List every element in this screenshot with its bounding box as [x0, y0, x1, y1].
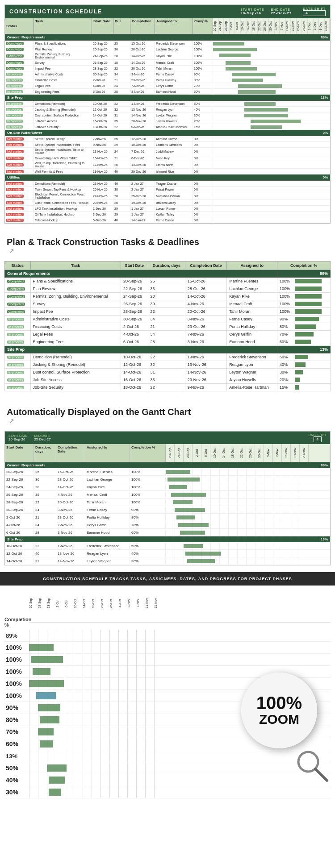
row-dur: 22 — [113, 124, 130, 129]
row-start: 5-Dec-26 — [92, 217, 113, 223]
zoom-grid-cell — [127, 702, 136, 714]
zoom-grid-cell — [74, 690, 83, 702]
row-assigned: Frederick Stevenson — [155, 101, 193, 106]
row-status: Not started — [5, 206, 34, 211]
row-gantt — [213, 200, 330, 205]
row-end: 9-Nov-26 — [130, 124, 155, 129]
zoom-grid-cell — [29, 726, 38, 738]
zoom-grid-cell — [100, 702, 109, 714]
row-status: In process — [5, 83, 34, 88]
row-end: 23-Oct-26 — [130, 77, 155, 83]
gantt-data-row: 2-Oct-26 21 23-Oct-26 Portia Holliday 80… — [5, 514, 330, 521]
grid-line — [237, 476, 238, 483]
zoom-grid-cell — [145, 654, 154, 665]
zoom-content: 20-Sep 24-Sep 28-Sep 2-Oct 6-Oct 10-Oct … — [4, 592, 331, 798]
row-pct: 0% — [193, 155, 213, 161]
utilities-row-1: Not started Town Sewer: Tap Fees & Hooku… — [5, 187, 330, 192]
zoom-row-12: 40% — [4, 774, 331, 786]
row-assigned: Jaylan Howells — [155, 118, 193, 124]
gdate-20sep: 20-Sep — [166, 444, 175, 462]
column-headers-row: Status Task Start Date Dur. Completion A… — [5, 18, 330, 34]
grow-end: 4-Nov-26 — [56, 492, 85, 498]
pct-cell: 100% — [277, 293, 331, 300]
row-gantt — [213, 161, 330, 168]
row-dur: 28 — [113, 192, 130, 199]
row-start: 30-Sep-26 — [92, 71, 113, 77]
zoom-grid-cell — [74, 678, 83, 689]
zoom-grid-cell — [136, 750, 145, 762]
gcol-startdate: Start Date — [5, 444, 34, 462]
zoom-grid-cell — [92, 678, 100, 689]
sheet-row-general-4: Completed Impact Fee 28-Sep-26 22 20-Oct… — [5, 66, 330, 71]
grid-line — [210, 483, 211, 490]
row-assigned: Ishmael Rice — [155, 169, 193, 174]
cell-dur: 28 — [148, 338, 185, 346]
zoom-grid-cell — [109, 678, 118, 689]
grid-line — [166, 506, 166, 513]
grid-line — [264, 506, 264, 513]
row-start: 28-Sep-26 — [92, 66, 113, 71]
table-row: Completed Plan Review 22-Sep-26 36 28-Oc… — [5, 285, 331, 293]
row-end: 13-Dec-26 — [130, 161, 155, 168]
row-start: 24-Sep-26 — [92, 52, 113, 59]
grid-line — [237, 521, 238, 528]
cell-task: Plans & Specifications — [30, 278, 121, 285]
cell-task: Dust control, Surface Protection — [30, 369, 121, 376]
gantt-bar-row — [187, 559, 215, 563]
zh-10oct: 10-Oct — [74, 592, 83, 615]
grid-line — [210, 506, 211, 513]
gdate-2oct: 2-Oct — [193, 444, 201, 462]
gantt-bar-row — [185, 552, 221, 556]
zoom-grid-cell — [154, 786, 163, 798]
grid-line — [273, 550, 273, 557]
cell-end: 9-Nov-26 — [185, 384, 226, 391]
zoom-grid-cell — [154, 666, 163, 677]
cell-status: In process — [5, 323, 31, 331]
zoom-grid-cell — [83, 654, 92, 665]
gantt-general-rows: 20-Sep-26 25 15-Oct-26 Martine Fuentes 1… — [5, 468, 330, 536]
row-end: 14-Oct-26 — [130, 60, 155, 65]
zh-6oct: 6-Oct — [65, 592, 74, 615]
zoom-row-11: 50% — [4, 762, 331, 774]
gantt-bar — [251, 120, 301, 123]
row-gantt — [213, 101, 330, 106]
zoom-row-grid — [29, 642, 331, 653]
gantt-bar-row — [184, 544, 203, 548]
grid-line — [228, 476, 229, 483]
gantt-bar — [238, 84, 282, 88]
gantt-date-10oct: 10-Oct — [241, 18, 246, 34]
zoom-grid-cell — [56, 642, 65, 653]
zoom-grid-cell — [154, 702, 163, 714]
grow-assigned: Leyton Wagner — [85, 558, 130, 564]
gdate-18oct: 18-Oct — [228, 444, 237, 462]
zoom-badge-sublabel: ZOOM — [259, 712, 299, 727]
zoom-grid-cell — [74, 738, 83, 750]
grow-pct: 90% — [130, 507, 166, 513]
row-task: Septic System Inspections, Fees — [34, 142, 92, 147]
gcol-pct: Completion % — [130, 444, 166, 462]
zoom-grid-cell — [92, 630, 100, 641]
table-row: Completed Plans & Specifications 20-Sep-… — [5, 278, 331, 285]
row-task: Town Sewer: Tap Fees & Hookup — [34, 187, 92, 192]
row-dur: 34 — [113, 71, 130, 77]
grow-assigned: Kayan Pike — [85, 484, 130, 490]
row-gantt — [213, 181, 330, 186]
cell-assigned: Menaal Croft — [227, 300, 277, 308]
grow-pct: 60% — [130, 530, 166, 536]
grid-line — [237, 557, 238, 565]
grow-end: 20-Oct-26 — [56, 499, 85, 505]
cell-assigned: Frederick Stevenson — [227, 353, 277, 361]
row-gantt — [213, 107, 330, 112]
zoom-grid-cell — [56, 726, 65, 738]
cell-task: Legal Fees — [30, 331, 121, 338]
row-start: 17-Nov-26 — [92, 161, 113, 168]
gantt-data-row: 30-Sep-26 34 3-Nov-26 Ferne Casey 90% — [5, 506, 330, 514]
row-task: Electrical: Permit, Connection Fees, Ins… — [34, 192, 92, 199]
grow-end: 3-Nov-26 — [56, 507, 85, 513]
gantt-general-label: General Requirements — [7, 463, 45, 467]
row-task: Dewatering (High Water Table) — [34, 155, 92, 161]
zoom-grid-cell — [109, 666, 118, 677]
zoom-grid-cell — [65, 786, 74, 798]
row-assigned: Emma North — [155, 161, 193, 168]
grid-line — [264, 529, 264, 536]
